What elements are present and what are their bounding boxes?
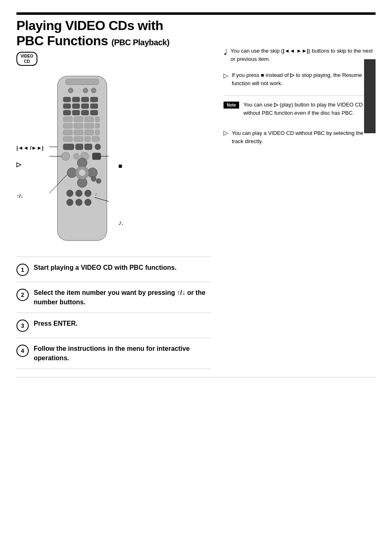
svg-point-52 <box>76 190 82 197</box>
svg-rect-32 <box>85 137 90 141</box>
svg-text:♪: ♪ <box>95 190 97 197</box>
step-1-text: Start playing a VIDEO CD with PBC functi… <box>34 263 177 272</box>
svg-point-54 <box>67 199 73 206</box>
svg-point-55 <box>76 199 82 206</box>
title-line2: PBC Functions <box>16 33 108 48</box>
svg-rect-13 <box>90 104 98 109</box>
svg-rect-41 <box>92 153 101 160</box>
step-2-row: 2 Select the item number you want by pre… <box>16 282 211 313</box>
stop-label: ■ <box>118 162 123 170</box>
svg-point-38 <box>62 152 70 160</box>
updown-label: ↑/↓ <box>16 192 23 201</box>
svg-rect-34 <box>63 144 74 150</box>
note-block: Note You can use ▷ (play) button to play… <box>224 95 376 117</box>
step-1-number: 1 <box>16 264 29 276</box>
step-3-text: Press ENTER. <box>34 319 78 328</box>
svg-point-49 <box>91 176 96 181</box>
main-title: Playing VIDEO CDs with PBC Functions (PB… <box>16 18 211 49</box>
step-1-row: 1 Start playing a VIDEO CD with PBC func… <box>16 257 211 282</box>
svg-point-45 <box>88 168 97 178</box>
svg-point-56 <box>85 199 91 206</box>
remote-svg: ♪ <box>49 74 115 247</box>
play-label: ▷ <box>16 160 21 169</box>
black-bar-label: Note <box>224 102 239 109</box>
svg-point-51 <box>67 190 73 197</box>
svg-rect-8 <box>81 97 89 102</box>
title-line1: Playing VIDEO CDs with <box>16 18 163 33</box>
svg-rect-23 <box>74 123 83 128</box>
title-section: Playing VIDEO CDs with PBC Functions (PB… <box>16 18 211 66</box>
svg-point-5 <box>91 88 96 93</box>
svg-rect-10 <box>63 104 71 109</box>
right-sidebar-decoration <box>364 59 376 133</box>
svg-point-48 <box>79 169 85 176</box>
note-block-row: Note You can use ▷ (play) button to play… <box>224 101 376 117</box>
svg-rect-15 <box>72 110 80 115</box>
svg-rect-31 <box>74 137 83 141</box>
svg-rect-20 <box>85 117 94 122</box>
svg-point-4 <box>83 88 88 93</box>
svg-rect-14 <box>63 110 71 115</box>
note-1: ♩ You can use the skip (|◄◄ ►►|) buttons… <box>224 47 376 63</box>
remote-labels-right: ■ ♪. <box>115 74 123 227</box>
title-subtitle: (PBC Playback) <box>111 38 169 47</box>
step-4-number: 4 <box>16 345 29 357</box>
svg-point-37 <box>95 144 101 150</box>
svg-rect-22 <box>63 123 72 128</box>
svg-rect-17 <box>90 110 98 115</box>
svg-point-50 <box>96 178 101 183</box>
svg-rect-29 <box>95 130 99 135</box>
svg-rect-25 <box>95 123 99 128</box>
svg-rect-12 <box>81 104 89 109</box>
top-border <box>16 12 376 15</box>
steps-section: 1 Start playing a VIDEO CD with PBC func… <box>16 257 211 369</box>
bottom-section <box>16 377 376 382</box>
step-4-row: 4 Follow the instructions in the menu fo… <box>16 338 211 369</box>
svg-rect-30 <box>63 137 72 141</box>
remote-svg-container: ♪ <box>49 74 115 248</box>
step-3-row: 3 Press ENTER. <box>16 313 211 338</box>
svg-rect-28 <box>85 130 94 135</box>
svg-rect-35 <box>76 144 83 150</box>
page: Playing VIDEO CDs with PBC Functions (PB… <box>0 0 392 556</box>
svg-rect-33 <box>92 137 99 141</box>
svg-point-43 <box>67 168 77 178</box>
skip-label-row: |◄◄ /►►| <box>16 144 46 153</box>
note-2-icon: ▷ <box>224 72 228 79</box>
step-2-number: 2 <box>16 289 29 301</box>
svg-rect-11 <box>72 104 80 109</box>
video-cd-badge: VIDEO CD <box>16 52 37 66</box>
note-1-icon: ♩ <box>224 47 227 57</box>
svg-rect-26 <box>63 130 72 135</box>
svg-rect-19 <box>74 117 83 122</box>
lower-note-text: You can play a VIDEO CD without PBC by s… <box>232 129 376 145</box>
svg-point-39 <box>74 153 79 159</box>
svg-rect-24 <box>85 123 94 128</box>
lower-note-icon: ▷ <box>224 129 228 137</box>
note-2: ▷ If you press ■ instead of ▷ to stop pl… <box>224 71 376 87</box>
right-column: ♩ You can use the skip (|◄◄ ►►|) buttons… <box>219 18 376 369</box>
svg-point-53 <box>85 190 91 197</box>
svg-rect-16 <box>81 110 89 115</box>
step-3-number: 3 <box>16 320 29 332</box>
note-block-text: You can use ▷ (play) button to play the … <box>243 101 376 117</box>
svg-point-2 <box>68 88 73 93</box>
note-2-text: If you press ■ instead of ▷ to stop play… <box>232 71 376 87</box>
svg-point-3 <box>77 89 81 92</box>
svg-rect-9 <box>90 97 98 102</box>
svg-rect-36 <box>85 144 92 150</box>
step-4-text: Follow the instructions in the menu for … <box>34 344 211 363</box>
svg-rect-27 <box>74 130 83 135</box>
svg-rect-7 <box>72 97 80 102</box>
skip-label: |◄◄ /►►| <box>16 144 44 153</box>
svg-rect-18 <box>63 117 72 122</box>
svg-rect-1 <box>66 79 99 85</box>
updown-label-row: ↑/↓ <box>16 192 46 201</box>
note-1-text: You can use the skip (|◄◄ ►►|) buttons t… <box>231 47 376 63</box>
step-2-text: Select the item number you want by press… <box>34 288 211 307</box>
svg-rect-6 <box>63 97 71 102</box>
lower-note: ▷ You can play a VIDEO CD without PBC by… <box>224 129 376 145</box>
svg-rect-21 <box>95 117 99 122</box>
play-label-row: ▷ <box>16 160 46 169</box>
remote-labels-left: |◄◄ /►►| ▷ ↑/↓ <box>16 74 49 208</box>
